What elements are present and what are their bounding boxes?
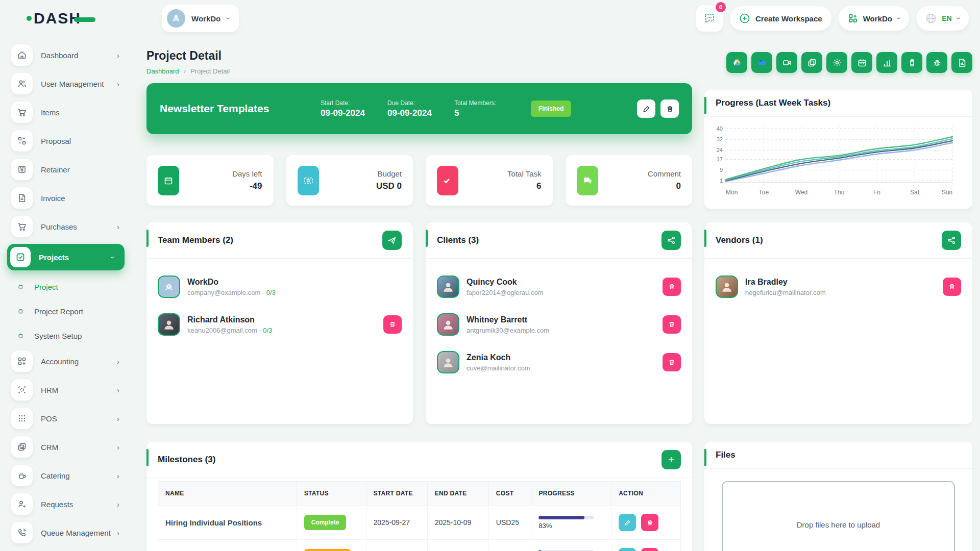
project-banner: Newsletter Templates Start Date: 09-09-2…: [146, 83, 692, 134]
workspace-name: WorkDo: [191, 14, 220, 23]
bar-chart-button[interactable]: [876, 52, 897, 73]
file-dropzone[interactable]: Drop files here to upload: [722, 481, 955, 551]
delete-member-button[interactable]: [383, 315, 402, 334]
logo-dot-icon: [27, 16, 32, 21]
chevron-right-icon: ›: [117, 222, 119, 231]
delete-project-button[interactable]: [660, 99, 679, 118]
google-drive-button[interactable]: [726, 52, 747, 73]
stat-card-total-task: Total Task 6: [426, 155, 553, 206]
col-end-date: END DATE: [427, 482, 488, 506]
sidebar-item-queue-management[interactable]: Queue Management ›: [11, 521, 125, 544]
sidebar-item-invoice[interactable]: Invoice: [11, 187, 125, 209]
col-action: ACTION: [611, 482, 681, 506]
client-email: cuve@mailinator.com: [467, 364, 530, 372]
plus-icon: [667, 455, 676, 464]
chevron-right-icon: ›: [117, 357, 119, 366]
banknote-icon: [298, 166, 319, 195]
sidebar-subitem-project[interactable]: Project: [18, 277, 125, 297]
language-code: EN: [942, 14, 951, 22]
progress-chart-card: Progress (Last Week Tasks) 4032241791Mon…: [704, 90, 972, 209]
sidebar-item-items[interactable]: Items: [11, 101, 125, 123]
account-menu[interactable]: WorkDo ›: [839, 6, 910, 31]
sidebar-item-crm[interactable]: CRM ›: [11, 436, 125, 458]
sidebar-item-dashboard[interactable]: Dashboard ›: [11, 44, 125, 66]
sidebar-item-projects[interactable]: Projects ›: [7, 244, 125, 270]
settings-button[interactable]: [826, 52, 847, 73]
sidebar-subitem-system-setup[interactable]: System Setup: [18, 325, 125, 346]
layout-arrows-icon: [11, 130, 33, 152]
milestone-status-badge: Incomplete: [304, 549, 351, 551]
switch-button[interactable]: [901, 52, 922, 73]
copy-button[interactable]: [801, 52, 822, 73]
breadcrumb-dashboard-link[interactable]: Dashboard: [146, 67, 179, 75]
share-vendors-button[interactable]: [942, 231, 961, 250]
delete-vendor-button[interactable]: [943, 278, 961, 296]
sidebar-item-proposal[interactable]: Proposal: [11, 130, 125, 152]
workspace-avatar: [167, 9, 185, 28]
chevron-right-icon: ›: [117, 80, 119, 88]
vendor-email: negefuricu@mailinator.com: [745, 289, 826, 296]
milestones-card: Milestones (3) NAME STATUS START DATE EN…: [146, 442, 692, 551]
sidebar-item-requests[interactable]: Requests ›: [11, 493, 125, 515]
building-icon: [171, 13, 181, 23]
delete-client-button[interactable]: [663, 353, 681, 371]
client-email: fapor22014@oglerau.com: [467, 289, 544, 296]
client-row: Whitney Barrett antgrumik30@example.com: [426, 306, 692, 343]
delete-client-button[interactable]: [663, 278, 681, 296]
cart-icon: [11, 102, 33, 123]
globe-icon: [925, 13, 937, 24]
svg-text:Wed: Wed: [795, 189, 807, 196]
svg-text:1: 1: [720, 178, 723, 184]
svg-text:32: 32: [717, 136, 723, 142]
messages-button[interactable]: 0: [696, 5, 723, 32]
sidebar-item-user-management[interactable]: User Management ›: [11, 72, 125, 95]
file-report-button[interactable]: [951, 52, 972, 73]
workspace-selector[interactable]: WorkDo ›: [162, 5, 239, 32]
trash-icon: [668, 320, 676, 329]
col-status: STATUS: [297, 482, 366, 506]
share-icon: [667, 236, 676, 245]
team-members-card: Team Members (2) WorkDo company@example.…: [146, 222, 413, 424]
calendar-button[interactable]: [851, 52, 872, 73]
topbar: DASH WorkDo › 0 Create Workspace WorkDo …: [0, 0, 980, 37]
video-camera-button[interactable]: [776, 52, 797, 73]
vendor-row: Ira Bradley negefuricu@mailinator.com: [704, 268, 972, 306]
users-icon: [11, 73, 33, 94]
create-workspace-button[interactable]: Create Workspace: [730, 6, 831, 31]
sidebar-item-hrm[interactable]: HRM ›: [11, 379, 125, 401]
bug-button[interactable]: [926, 52, 947, 73]
edit-milestone-button[interactable]: [619, 514, 636, 531]
bullet-icon: [18, 309, 23, 314]
sidebar-item-accounting[interactable]: Accounting ›: [11, 350, 125, 372]
card-accent: [146, 230, 149, 247]
sidebar-subitem-project-report[interactable]: Project Report: [18, 301, 125, 321]
sidebar-item-retainer[interactable]: Retainer: [11, 158, 125, 181]
account-name: WorkDo: [863, 14, 892, 23]
onedrive-button[interactable]: [751, 52, 772, 73]
share-icon: [947, 236, 956, 245]
member-email: keanu2006@gmail.com: [187, 327, 257, 334]
delete-client-button[interactable]: [663, 315, 681, 334]
delete-milestone-button[interactable]: [641, 514, 658, 531]
team-members-title: Team Members (2): [158, 235, 233, 245]
sidebar-item-catering[interactable]: Catering ›: [11, 464, 125, 487]
chevron-down-icon: ›: [224, 17, 232, 19]
bullet-icon: [18, 334, 23, 338]
share-clients-button[interactable]: [662, 231, 681, 250]
sidebar-item-pos[interactable]: POS ›: [11, 407, 125, 430]
card-accent: [704, 97, 706, 114]
language-selector[interactable]: EN ›: [916, 6, 969, 31]
delete-milestone-button[interactable]: [641, 548, 658, 551]
invite-member-button[interactable]: [382, 231, 402, 250]
progress-bar: [538, 516, 594, 519]
client-row: Zenia Koch cuve@mailinator.com: [426, 343, 692, 381]
milestone-row: Hiring Individual Positions Complete 202…: [158, 506, 681, 540]
edit-milestone-button[interactable]: [619, 548, 636, 551]
svg-text:17: 17: [717, 156, 723, 162]
trash-icon: [388, 320, 397, 329]
edit-project-button[interactable]: [637, 99, 655, 118]
card-accent: [704, 449, 706, 466]
sidebar-item-purchases[interactable]: Purchases ›: [11, 215, 125, 238]
save-icon: [11, 159, 33, 180]
add-milestone-button[interactable]: [662, 450, 681, 469]
